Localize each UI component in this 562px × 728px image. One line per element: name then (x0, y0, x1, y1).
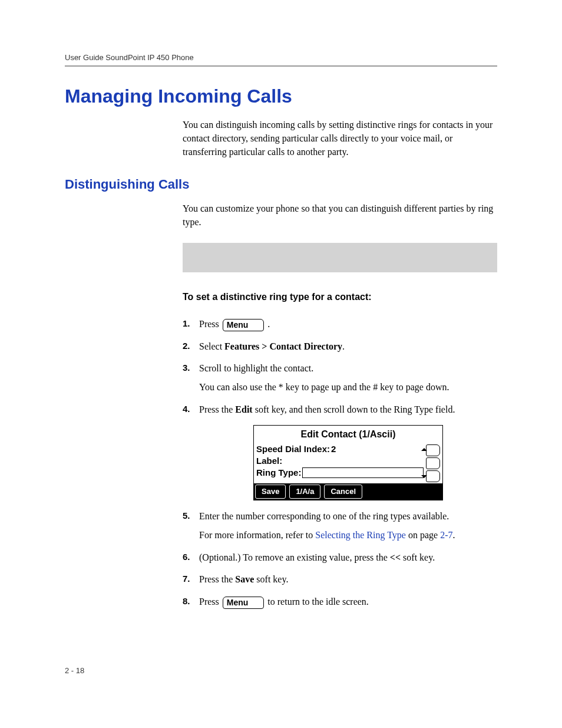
section-title: Managing Incoming Calls (65, 85, 497, 107)
intro-paragraph-2: You can customize your phone so that you… (183, 202, 497, 229)
step-5-page-link[interactable]: 2-7 (440, 530, 452, 540)
scroll-up-icon (426, 444, 440, 456)
ring-type-input (302, 467, 424, 478)
note-box (183, 243, 497, 272)
step-5-sub-b: on page (406, 530, 440, 540)
running-header: User Guide SoundPoint IP 450 Phone (65, 53, 497, 65)
step-7-bold: Save (235, 574, 254, 584)
step-3-sub: You can also use the * key to page up an… (199, 380, 497, 395)
scroll-down-icon (426, 470, 440, 482)
step-7-text-c: soft key. (254, 574, 288, 584)
header-rule (65, 65, 497, 67)
step-2-text-c: . (342, 341, 345, 351)
step-6-bold: << (390, 552, 401, 562)
step-5-sub-c: . (452, 530, 455, 540)
step-2-bold: Features > Contact Directory (224, 341, 342, 351)
menu-key-icon: Menu (223, 597, 265, 609)
step-2-text-a: Select (199, 341, 224, 351)
phone-row-speed: Speed Dial Index: 2 (256, 443, 424, 455)
step-5-text: Enter the number corresponding to one of… (199, 511, 449, 521)
step-8-text-b: to return to the idle screen. (267, 597, 369, 607)
step-8-text-a: Press (199, 597, 222, 607)
step-1: Press Menu . (183, 317, 497, 332)
softkey-bar: Save 1/A/a Cancel (254, 483, 442, 500)
step-7-text-a: Press the (199, 574, 235, 584)
line-icon (426, 457, 440, 469)
softkey-cancel: Cancel (324, 485, 362, 499)
step-8: Press Menu to return to the idle screen. (183, 594, 497, 610)
step-3: Scroll to highlight the contact. You can… (183, 361, 497, 394)
step-2: Select Features > Contact Directory. (183, 339, 497, 354)
phone-screen: Edit Contact (1/Ascii) Speed Dial Index:… (253, 425, 443, 500)
step-1-text-b: . (267, 319, 270, 329)
step-5-sub-a: For more information, refer to (199, 530, 315, 540)
speed-dial-value: 2 (331, 443, 336, 455)
procedure-heading: To set a distinctive ring type for a con… (183, 290, 497, 304)
step-6-text-c: soft key. (401, 552, 435, 562)
speed-dial-label: Speed Dial Index: (256, 443, 330, 455)
step-5-link[interactable]: Selecting the Ring Type (315, 530, 406, 540)
step-6-text-a: (Optional.) To remove an existing value,… (199, 552, 390, 562)
softkey-mode: 1/A/a (289, 485, 320, 499)
step-4-text-a: Press the (199, 404, 235, 414)
step-6: (Optional.) To remove an existing value,… (183, 550, 497, 565)
page-number: 2 - 18 (65, 666, 84, 675)
step-1-text-a: Press (199, 319, 222, 329)
softkey-save: Save (255, 485, 286, 499)
step-4-bold: Edit (235, 404, 252, 414)
label-label: Label: (256, 455, 282, 467)
step-4-text-c: soft key, and then scroll down to the Ri… (253, 404, 455, 414)
step-5: Enter the number corresponding to one of… (183, 509, 497, 542)
menu-key-icon: Menu (223, 319, 265, 331)
step-3-text: Scroll to highlight the contact. (199, 363, 313, 373)
step-4: Press the Edit soft key, and then scroll… (183, 402, 497, 501)
phone-row-label: Label: (256, 455, 424, 467)
ring-type-label: Ring Type: (256, 467, 301, 479)
phone-screen-title: Edit Contact (1/Ascii) (254, 426, 442, 443)
subsection-title: Distinguishing Calls (65, 177, 497, 192)
intro-paragraph-1: You can distinguish incoming calls by se… (183, 118, 497, 159)
phone-row-ring: Ring Type: (256, 467, 424, 479)
step-7: Press the Save soft key. (183, 572, 497, 587)
